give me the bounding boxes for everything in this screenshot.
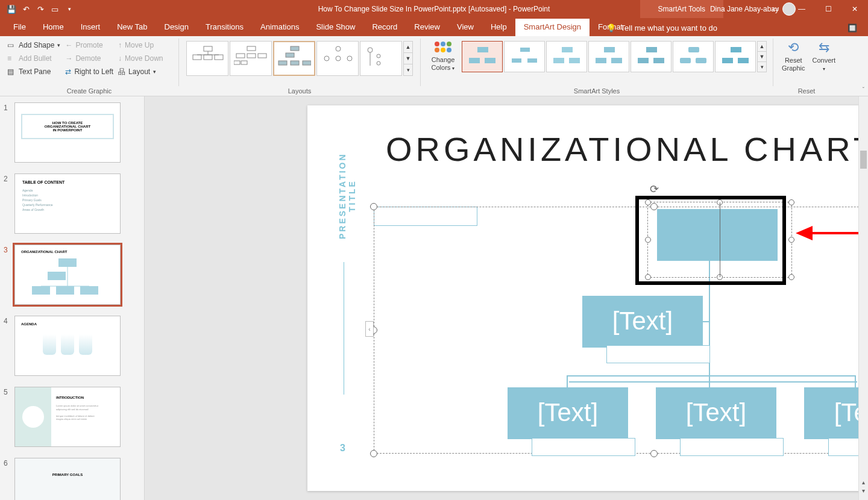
resize-handle[interactable]	[650, 450, 658, 457]
styles-scroll-up[interactable]: ▲	[758, 42, 766, 52]
redo-icon[interactable]: ↷	[34, 2, 47, 16]
thumbnail-2[interactable]: 2 TABLE OF CONTENT Agenda Introduction P…	[4, 173, 140, 234]
style-option-1-selected[interactable]	[462, 41, 503, 72]
ribbon-tabs: File Home Insert New Tab Design Transiti…	[0, 18, 868, 36]
layout-option-3-selected[interactable]	[273, 41, 315, 76]
collapse-ribbon-icon[interactable]: ˇ	[863, 87, 864, 93]
org-node-child-1[interactable]: [Text]	[508, 387, 628, 439]
svg-rect-49	[731, 47, 741, 52]
close-icon[interactable]: ✕	[841, 0, 868, 18]
slide-editor-area[interactable]: PRESENTATION TITLE 3 ORGANIZATIONAL CHAR…	[145, 96, 868, 500]
svg-point-20	[347, 56, 352, 61]
thumbnail-5[interactable]: 5 INTRODUCTION Lorem ipsum dolor sit ame…	[4, 387, 140, 447]
rotate-handle-icon[interactable]: ⟳	[650, 183, 659, 196]
style-option-6[interactable]	[673, 41, 714, 72]
tab-view[interactable]: View	[448, 19, 482, 36]
tab-newtab[interactable]: New Tab	[108, 19, 156, 36]
undo-icon[interactable]: ↶	[19, 2, 33, 16]
svg-rect-2	[204, 55, 212, 60]
style-option-7[interactable]	[715, 41, 756, 72]
maximize-icon[interactable]: ☐	[815, 0, 841, 18]
qat-more-icon[interactable]: ▾	[63, 2, 76, 16]
org-node-assistant-name[interactable]	[606, 345, 710, 363]
thumbnail-6[interactable]: 6 PRIMARY GOALS	[4, 458, 140, 500]
thumbnail-3-selected[interactable]: 3 ORGANIZATIONAL CHART	[4, 245, 140, 305]
change-colors-button[interactable]: Change Colors ▾	[426, 39, 461, 72]
vertical-scrollbar[interactable]: ▴ ▾	[858, 96, 868, 500]
svg-rect-45	[653, 58, 664, 63]
resize-handle[interactable]	[370, 203, 377, 210]
svg-rect-13	[286, 53, 294, 57]
svg-rect-37	[562, 47, 573, 52]
svg-marker-60	[796, 226, 813, 240]
start-from-beginning-icon[interactable]: ▭	[48, 2, 61, 16]
layout-option-2[interactable]	[230, 41, 272, 76]
tab-slideshow[interactable]: Slide Show	[307, 19, 363, 36]
resize-handle[interactable]	[370, 450, 377, 457]
org-node-assistant[interactable]: [Text]	[582, 296, 703, 348]
slide-title[interactable]: ORGANIZATIONAL CHART	[386, 130, 868, 169]
layouts-scroll-up[interactable]: ▲	[404, 42, 412, 53]
reset-graphic-button[interactable]: ⟲ Reset Graphic	[778, 39, 809, 72]
group-label: SmartArt Styles	[421, 87, 773, 95]
tab-record[interactable]: Record	[363, 19, 406, 36]
smartart-object[interactable]: ⟳ ‹	[374, 207, 868, 454]
style-option-5[interactable]	[631, 41, 671, 72]
resize-handle[interactable]	[788, 274, 794, 280]
save-icon[interactable]: 💾	[5, 2, 18, 16]
style-option-3[interactable]	[546, 41, 587, 72]
add-shape-button[interactable]: ▭Add Shape ▾	[5, 39, 63, 52]
svg-rect-44	[638, 58, 649, 63]
text-pane-toggle[interactable]: ‹	[365, 321, 374, 337]
org-node-child-1-name[interactable]	[532, 438, 635, 456]
svg-point-21	[368, 48, 373, 52]
slide-thumbnails-panel[interactable]: 1 HOW TO CREATE ORGANIZATIONAL CHART IN …	[0, 96, 145, 500]
layout-button[interactable]: 品Layout ▾	[116, 65, 165, 78]
layout-icon: 品	[118, 67, 125, 77]
group-label: Reset	[773, 87, 840, 95]
tell-me-search[interactable]: 💡 Tell me what you want to do	[606, 23, 717, 33]
group-layouts: ▲ ▼ ▾ Layouts	[179, 36, 420, 96]
promote-button: ←Promote	[63, 39, 116, 52]
tab-review[interactable]: Review	[406, 19, 448, 36]
layout-option-1[interactable]	[186, 41, 228, 76]
thumbnail-4[interactable]: 4 AGENDA	[4, 316, 140, 376]
tab-help[interactable]: Help	[482, 19, 515, 36]
prev-slide-icon[interactable]: ▴	[859, 479, 868, 486]
thumbnail-1[interactable]: 1 HOW TO CREATE ORGANIZATIONAL CHART IN …	[4, 102, 140, 163]
resize-handle[interactable]	[788, 237, 794, 243]
org-node-child-2[interactable]: [Text]	[656, 387, 776, 439]
convert-button[interactable]: ⇆ Convert▾	[809, 39, 840, 72]
scrollbar-thumb[interactable]	[860, 151, 867, 169]
layouts-scroll-down[interactable]: ▼	[404, 53, 412, 64]
svg-rect-41	[596, 58, 606, 63]
svg-rect-43	[646, 47, 657, 52]
layout-option-4[interactable]	[316, 41, 359, 76]
ribbon-display-icon[interactable]: ▭	[762, 0, 788, 18]
text-pane-button[interactable]: ▤Text Pane	[5, 65, 63, 78]
layouts-more[interactable]: ▾	[404, 64, 412, 75]
minimize-icon[interactable]: —	[788, 0, 815, 18]
tab-animations[interactable]: Animations	[252, 19, 307, 36]
tab-smartart-design[interactable]: SmartArt Design	[515, 19, 590, 36]
tab-home[interactable]: Home	[34, 19, 72, 36]
workspace: 1 HOW TO CREATE ORGANIZATIONAL CHART IN …	[0, 96, 868, 500]
next-slide-icon[interactable]: ▾	[859, 487, 868, 494]
tab-transitions[interactable]: Transitions	[197, 19, 252, 36]
slide-canvas[interactable]: PRESENTATION TITLE 3 ORGANIZATIONAL CHAR…	[307, 105, 868, 491]
styles-more[interactable]: ▾	[758, 62, 766, 72]
share-icon[interactable]: 🔲	[848, 23, 857, 33]
window-title: How To Change Slide Size In PowerPoint.p…	[318, 5, 550, 13]
right-to-left-button[interactable]: ⇄Right to Left	[63, 65, 116, 78]
style-option-2[interactable]	[504, 41, 545, 72]
org-node-child-2-name[interactable]	[680, 438, 784, 456]
svg-rect-40	[604, 47, 615, 52]
style-option-4[interactable]	[588, 41, 629, 72]
layout-option-5[interactable]	[360, 41, 402, 76]
resize-handle[interactable]	[788, 199, 794, 205]
tab-insert[interactable]: Insert	[72, 19, 109, 36]
tab-design[interactable]: Design	[156, 19, 197, 36]
svg-rect-52	[58, 258, 77, 267]
styles-scroll-down[interactable]: ▼	[758, 52, 766, 62]
tab-file[interactable]: File	[5, 19, 34, 36]
